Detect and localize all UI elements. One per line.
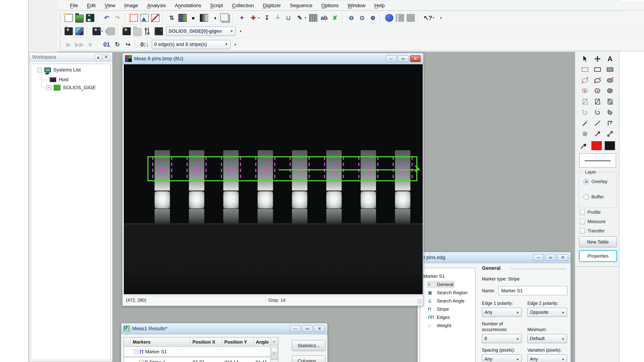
columns-button[interactable]: Columns...: [292, 356, 326, 362]
text-tool[interactable]: A: [604, 54, 616, 64]
step-marker-button[interactable]: ↪: [123, 39, 133, 50]
table-row-stripe-1[interactable]: + Π Stripe 1 87.27 219.14 91.11 3: [124, 357, 278, 362]
close-button[interactable]: ✕: [558, 254, 568, 261]
minimize-button[interactable]: —: [290, 325, 300, 332]
arrow-annotation-tool[interactable]: [592, 129, 603, 139]
blob-region-dashed-tool[interactable]: [579, 86, 591, 96]
line-tool[interactable]: [592, 118, 603, 128]
edg-tree-root-marker-s1[interactable]: Marker S1: [422, 273, 446, 280]
toolbar-grip[interactable]: [59, 13, 60, 22]
toolbar-overflow-icon[interactable]: [440, 16, 442, 20]
snap-button[interactable]: [122, 26, 132, 36]
column-header-position-y[interactable]: Position Y: [222, 338, 254, 347]
ocr-button[interactable]: ab: [319, 13, 329, 23]
run-all-markers-button[interactable]: ▶▶: [74, 39, 84, 50]
menu-view[interactable]: View: [100, 3, 120, 8]
maximize-button[interactable]: ▭: [545, 254, 556, 261]
foreground-color-swatch[interactable]: [592, 141, 602, 150]
maximize-button[interactable]: ▭: [302, 325, 313, 332]
tree-item-solios-gige[interactable]: + SOLIOS_GIGE: [46, 85, 96, 90]
results-scrollbar[interactable]: ▲: [270, 338, 278, 362]
gear-region-tool[interactable]: [579, 129, 591, 139]
zoom-in-button[interactable]: ⊕: [368, 13, 378, 23]
measurement-result-combo[interactable]: 0 edge(s) and 8 stripe(s): [152, 40, 230, 49]
zoom-out-button[interactable]: ⊖: [346, 13, 356, 23]
menu-window[interactable]: Window: [343, 3, 370, 8]
column-header-markers[interactable]: Markers: [130, 338, 190, 347]
menu-analysis[interactable]: Analysis: [142, 3, 170, 8]
column-header-angle[interactable]: Angle: [254, 338, 273, 347]
stop-button[interactable]: [406, 13, 416, 23]
menu-image[interactable]: Image: [120, 3, 143, 8]
scrollbar-thumb[interactable]: [271, 347, 278, 360]
select-tool[interactable]: [579, 54, 591, 64]
workspace-collapse-button[interactable]: ▴: [95, 54, 102, 60]
stop-marker-button[interactable]: ■: [85, 39, 95, 50]
profile-checkbox[interactable]: Profile: [580, 210, 601, 215]
freehand-filled-tool[interactable]: [604, 108, 616, 117]
menu-options[interactable]: Options: [317, 3, 343, 8]
menu-digitizer[interactable]: Digitizer: [258, 3, 285, 8]
edg-tree-weight[interactable]: ∴Weight: [426, 322, 452, 329]
minimize-button[interactable]: —: [533, 254, 544, 261]
expand-expander-icon[interactable]: +: [139, 360, 144, 362]
menu-file[interactable]: File: [66, 3, 82, 8]
pixel-values-button[interactable]: ⇅: [167, 13, 177, 23]
scroll-up-icon[interactable]: ▲: [270, 338, 278, 345]
measure-checkbox[interactable]: Measure: [580, 219, 606, 224]
context-help-button[interactable]: ↖?: [422, 13, 436, 23]
run-continuous-button[interactable]: [384, 13, 394, 23]
layer-radio-buffer[interactable]: Buffer: [584, 194, 604, 200]
result-count-button[interactable]: 0:↓: [140, 39, 150, 50]
measurement-button[interactable]: ↧: [262, 13, 272, 23]
run-marker-button[interactable]: ▶: [64, 39, 74, 50]
expand-expander-icon[interactable]: +: [46, 85, 51, 90]
roi-rectangle-button[interactable]: [129, 13, 139, 23]
collapse-expander-icon[interactable]: −: [134, 350, 138, 354]
save-file-button[interactable]: [85, 13, 95, 23]
polyline-tool[interactable]: [604, 118, 616, 128]
table-row-marker-s1[interactable]: − Π Marker S1: [124, 347, 278, 357]
line-style-preview[interactable]: [579, 153, 616, 168]
single-occurrence-button[interactable]: 01: [102, 39, 112, 50]
close-button[interactable]: ✕: [410, 55, 421, 62]
blob-outline-tool[interactable]: [592, 86, 603, 96]
background-color-swatch[interactable]: [605, 141, 615, 150]
measurement-search-box[interactable]: [148, 156, 417, 181]
caliper-button[interactable]: ⊔: [283, 13, 294, 23]
gradient-button[interactable]: [199, 13, 209, 23]
redo-button[interactable]: ↷: [112, 13, 122, 23]
toolbar-grip[interactable]: [59, 40, 60, 49]
menu-edit[interactable]: Edit: [82, 3, 100, 8]
undo-button[interactable]: ↶: [102, 13, 112, 23]
edg-tree-general[interactable]: ≡General: [426, 281, 455, 288]
minimize-button[interactable]: —: [386, 55, 396, 62]
properties-button[interactable]: Properties: [579, 250, 617, 262]
grab-video-button[interactable]: [91, 26, 104, 36]
tree-item-systems-list[interactable]: − Systems List: [37, 67, 81, 73]
blob-filled-tool[interactable]: [604, 86, 616, 96]
toolbar-grip[interactable]: [59, 27, 60, 36]
toolbar-overflow-icon[interactable]: [234, 42, 236, 47]
freehand-outline-tool[interactable]: [592, 108, 603, 117]
eyedropper-icon[interactable]: [578, 141, 590, 150]
collapse-expander-icon[interactable]: −: [37, 68, 42, 72]
annotation-pen-button[interactable]: ✎: [294, 13, 308, 23]
digitizer-controls-button[interactable]: [143, 26, 153, 36]
resize-grip[interactable]: [417, 299, 422, 304]
rect-filled-tool[interactable]: [604, 65, 616, 74]
edit-marker-button[interactable]: ✘: [330, 13, 340, 23]
invert-button[interactable]: ◑: [210, 13, 220, 23]
edg-tree-search-region[interactable]: ▣Search Region: [426, 289, 469, 296]
ellipse-filled-tool[interactable]: [604, 75, 616, 85]
threshold-button[interactable]: ●: [188, 13, 198, 23]
marker-name-input[interactable]: Marker S1: [498, 286, 568, 295]
import-image-button[interactable]: [132, 26, 142, 36]
layer-radio-overlay[interactable]: Overlay: [584, 179, 608, 184]
color-map-button[interactable]: [178, 13, 188, 23]
barcode-button[interactable]: [308, 13, 318, 23]
rect-region-dashed-tool[interactable]: [579, 65, 591, 74]
snapshot-button[interactable]: [64, 26, 74, 36]
workspace-close-button[interactable]: ✕: [103, 54, 110, 60]
digitizer-settings-button[interactable]: [154, 26, 164, 36]
